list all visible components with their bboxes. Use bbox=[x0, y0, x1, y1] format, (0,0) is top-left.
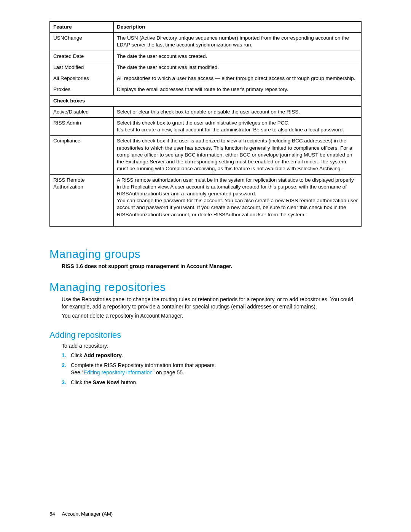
step-1-prefix: Click bbox=[71, 352, 84, 358]
cell-description: Select or clear this check box to enable… bbox=[114, 106, 362, 117]
page-number: 54 bbox=[49, 511, 55, 517]
cell-description: The USN (Active Directory unique sequenc… bbox=[114, 33, 362, 51]
table-row: USNChange The USN (Active Directory uniq… bbox=[50, 33, 361, 51]
table-row: Proxies Displays the email addresses tha… bbox=[50, 84, 361, 95]
heading-adding-repositories: Adding repositories bbox=[49, 330, 362, 340]
step-1-suffix: . bbox=[122, 352, 123, 358]
document-page: Feature Description USNChange The USN (A… bbox=[0, 0, 411, 532]
table-header-row: Feature Description bbox=[50, 21, 361, 33]
cell-feature: All Repositories bbox=[50, 73, 114, 84]
table-row: RISS Remote Authorization A RISS remote … bbox=[50, 174, 361, 226]
cell-feature: RISS Admin bbox=[50, 117, 114, 135]
table-row: All Repositories All repositories to whi… bbox=[50, 73, 361, 84]
cell-feature: Proxies bbox=[50, 84, 114, 95]
cell-description: Displays the email addresses that will r… bbox=[114, 84, 362, 95]
step-2-line1: Complete the RISS Repository information… bbox=[71, 362, 216, 368]
cell-feature: Active/Disabled bbox=[50, 106, 114, 117]
step-1-bold: Add repository bbox=[84, 352, 122, 358]
cell-feature: Compliance bbox=[50, 136, 114, 174]
table-row: RISS Admin Select this check box to gran… bbox=[50, 117, 361, 135]
section-label: Check boxes bbox=[50, 95, 361, 106]
cell-description: The date the user account was created. bbox=[114, 51, 362, 62]
table-row: Active/Disabled Select or clear this che… bbox=[50, 106, 361, 117]
cell-feature: RISS Remote Authorization bbox=[50, 174, 114, 226]
step-3: Click the Save Now! button. bbox=[62, 379, 362, 387]
table-row: Last Modified The date the user account … bbox=[50, 62, 361, 73]
cell-feature: USNChange bbox=[50, 33, 114, 51]
feature-table: Feature Description USNChange The USN (A… bbox=[49, 21, 362, 227]
para-managing-repositories-2: You cannot delete a repository in Accoun… bbox=[62, 312, 362, 320]
step-3-suffix: button. bbox=[119, 379, 137, 385]
para-managing-repositories-1: Use the Repositories panel to change the… bbox=[62, 296, 362, 310]
cell-feature: Created Date bbox=[50, 51, 114, 62]
table-row: Created Date The date the user account w… bbox=[50, 51, 361, 62]
note-managing-groups: RISS 1.6 does not support group manageme… bbox=[62, 263, 362, 270]
heading-managing-groups: Managing groups bbox=[49, 248, 362, 260]
table-section-row: Check boxes bbox=[50, 95, 361, 106]
step-2-see-suffix: " on page 55. bbox=[153, 369, 184, 375]
table-row: Compliance Select this check box if the … bbox=[50, 136, 361, 174]
steps-list: Click Add repository. Complete the RISS … bbox=[62, 352, 362, 386]
cell-description: A RISS remote authorization user must be… bbox=[114, 174, 362, 226]
page-footer: 54Account Manager (AM) bbox=[49, 511, 113, 517]
header-feature: Feature bbox=[50, 21, 114, 33]
step-1: Click Add repository. bbox=[62, 352, 362, 359]
heading-managing-repositories: Managing repositories bbox=[49, 281, 362, 294]
step-3-prefix: Click the bbox=[71, 379, 93, 385]
cell-description: The date the user account was last modif… bbox=[114, 62, 362, 73]
link-editing-repository-information[interactable]: Editing repository information bbox=[84, 369, 153, 375]
step-2-see-prefix: See " bbox=[71, 369, 84, 375]
cell-feature: Last Modified bbox=[50, 62, 114, 73]
cell-description: Select this check box if the user is aut… bbox=[114, 136, 362, 174]
step-2: Complete the RISS Repository information… bbox=[62, 362, 362, 377]
cell-description: All repositories to which a user has acc… bbox=[114, 73, 362, 84]
cell-description: Select this check box to grant the user … bbox=[114, 117, 362, 135]
step-3-bold: Save Now! bbox=[93, 379, 120, 385]
header-description: Description bbox=[114, 21, 362, 33]
footer-label: Account Manager (AM) bbox=[62, 511, 113, 517]
intro-adding-repositories: To add a repository: bbox=[62, 342, 362, 350]
